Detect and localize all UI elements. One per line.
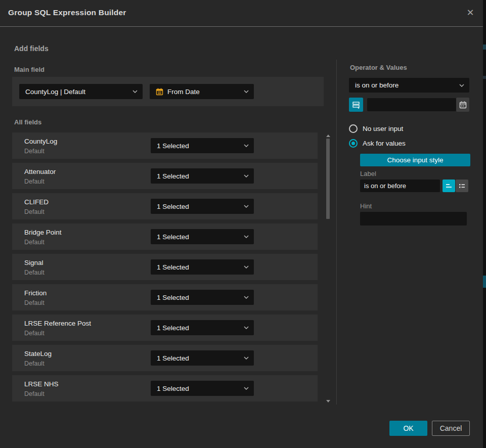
bulleted-list-icon (458, 182, 466, 190)
field-sublabel: Default (24, 148, 45, 155)
page-behind-dialog (483, 0, 486, 448)
field-selection-select[interactable]: 1 Selected (151, 350, 254, 366)
hint-input[interactable] (360, 212, 467, 226)
add-fields-heading: Add fields (14, 44, 49, 53)
ok-button[interactable]: OK (389, 421, 427, 436)
field-sublabel: Default (24, 360, 45, 367)
all-fields-heading: All fields (14, 118, 41, 126)
chevron-down-icon (244, 265, 249, 268)
chevron-down-icon (244, 296, 249, 299)
field-sublabel: Default (24, 239, 45, 246)
radio-circle-icon (349, 124, 358, 133)
dialog-title: Group SQL Expression Builder (8, 8, 126, 17)
scrollbar-thumb[interactable] (326, 139, 330, 219)
chevron-down-icon (244, 356, 249, 360)
field-row: Friction Default 1 Selected (12, 284, 318, 310)
calendar-icon (156, 88, 163, 96)
backdrop-fragment (483, 44, 486, 50)
field-name: LRSE NHS (24, 380, 59, 388)
chevron-down-icon (459, 84, 464, 87)
field-row: Attenuator Default 1 Selected (12, 163, 318, 189)
field-sublabel: Default (24, 178, 45, 185)
date-picker-button[interactable] (456, 98, 469, 112)
field-selection-select[interactable]: 1 Selected (151, 199, 254, 214)
chevron-down-icon (244, 205, 249, 208)
field-selection-value: 1 Selected (157, 142, 240, 150)
field-row: Signal Default 1 Selected (12, 254, 318, 280)
field-selection-select[interactable]: 1 Selected (151, 381, 254, 396)
field-sublabel: Default (24, 330, 45, 337)
operator-select[interactable]: is on or before (349, 78, 469, 93)
close-icon[interactable]: ✕ (465, 7, 476, 18)
chevron-down-icon (244, 144, 249, 147)
scrollbar-up-arrow-icon[interactable] (326, 135, 330, 137)
field-name: LRSE Reference Post (24, 320, 91, 327)
field-selection-value: 1 Selected (157, 324, 240, 332)
main-field-panel: CountyLog | Default From Date (12, 77, 324, 106)
chevron-down-icon (244, 387, 249, 390)
field-selection-value: 1 Selected (157, 172, 240, 180)
field-selection-value: 1 Selected (157, 263, 240, 271)
vertical-divider (336, 60, 337, 405)
field-name: StateLog (24, 350, 52, 357)
field-sublabel: Default (24, 299, 45, 306)
value-input[interactable] (367, 98, 456, 111)
single-line-input-toggle[interactable] (443, 180, 455, 192)
radio-label: No user input (363, 125, 403, 132)
field-name: Attenuator (24, 168, 56, 175)
chevron-down-icon (132, 90, 138, 93)
main-field-select-value: From Date (167, 88, 240, 96)
field-selection-value: 1 Selected (157, 203, 240, 210)
stacked-values-icon (352, 101, 360, 109)
layer-select-value: CountyLog | Default (25, 88, 128, 96)
main-field-heading: Main field (14, 66, 45, 73)
calendar-icon (459, 101, 467, 109)
field-name: CountyLog (24, 138, 57, 145)
field-sublabel: Default (24, 390, 45, 397)
backdrop-fragment (483, 76, 486, 79)
field-row: Bridge Point Default 1 Selected (12, 223, 318, 250)
field-row: CountyLog Default 1 Selected (12, 132, 318, 159)
field-selection-value: 1 Selected (157, 294, 240, 301)
field-name: Friction (24, 289, 47, 297)
align-left-icon (445, 182, 453, 190)
label-field-label: Label (360, 170, 376, 177)
field-row: StateLog Default 1 Selected (12, 345, 318, 371)
all-fields-list: CountyLog Default 1 Selected Attenuator … (12, 132, 318, 406)
field-selection-value: 1 Selected (157, 354, 240, 362)
operator-values-heading: Operator & Values (350, 64, 407, 71)
field-name: Bridge Point (24, 229, 62, 236)
operator-select-value: is on or before (355, 81, 455, 89)
list-input-toggle[interactable] (456, 180, 468, 192)
choose-input-style-button[interactable]: Choose input style (360, 154, 470, 166)
field-row: LRSE NHS Default 1 Selected (12, 375, 318, 401)
field-selection-select[interactable]: 1 Selected (151, 168, 254, 184)
field-name: CLIFED (24, 198, 49, 206)
field-selection-select[interactable]: 1 Selected (151, 229, 254, 244)
group-sql-expression-builder-dialog: Group SQL Expression Builder ✕ Add field… (0, 0, 483, 448)
dialog-header: Group SQL Expression Builder ✕ (0, 0, 483, 27)
field-selection-select[interactable]: 1 Selected (151, 290, 254, 305)
layer-select[interactable]: CountyLog | Default (19, 84, 143, 99)
field-row: CLIFED Default 1 Selected (12, 193, 318, 219)
chevron-down-icon (244, 174, 249, 177)
field-name: Signal (24, 259, 43, 266)
field-sublabel: Default (24, 208, 45, 215)
chevron-down-icon (244, 90, 249, 93)
cancel-button[interactable]: Cancel (432, 421, 470, 436)
field-selection-value: 1 Selected (157, 385, 240, 392)
main-field-select[interactable]: From Date (150, 84, 254, 99)
radio-no-user-input[interactable]: No user input (349, 124, 403, 133)
field-sublabel: Default (24, 269, 45, 276)
field-selection-select[interactable]: 1 Selected (151, 259, 254, 275)
hint-field-label: Hint (360, 202, 372, 210)
value-type-button[interactable] (349, 98, 363, 112)
field-selection-value: 1 Selected (157, 233, 240, 241)
field-selection-select[interactable]: 1 Selected (151, 320, 254, 335)
radio-ask-for-values[interactable]: Ask for values (349, 139, 406, 148)
chevron-down-icon (244, 235, 249, 238)
radio-label: Ask for values (363, 140, 406, 147)
field-selection-select[interactable]: 1 Selected (151, 138, 254, 153)
label-input[interactable] (360, 180, 440, 192)
scrollbar-down-arrow-icon[interactable] (326, 400, 330, 402)
